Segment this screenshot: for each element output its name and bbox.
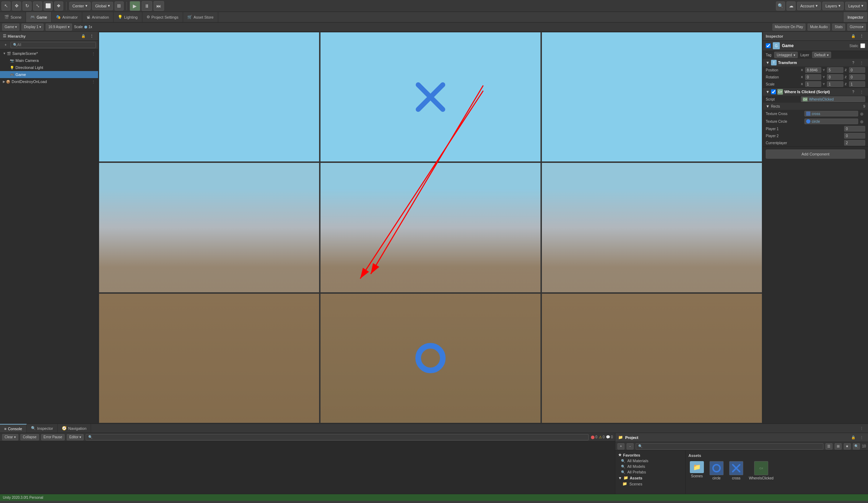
tab-animation[interactable]: 📽 Animation	[82, 12, 114, 22]
asset-cross-sprite[interactable]: cross	[728, 460, 745, 482]
project-menu-btn[interactable]: ⋮	[858, 434, 865, 441]
cursor-tool-btn[interactable]: ↖	[1, 1, 11, 11]
texture-circle-value[interactable]: circle	[804, 119, 858, 124]
cell-1-1[interactable]	[320, 162, 541, 293]
transform-info-btn[interactable]: ?	[850, 59, 857, 66]
tab-game[interactable]: 🎮 Game	[26, 12, 52, 22]
asset-circle-sprite[interactable]: circle	[708, 460, 725, 482]
scale-x-value[interactable]: 1	[805, 81, 821, 87]
step-button[interactable]: ⏭	[154, 1, 164, 11]
scale-z-value[interactable]: 1	[849, 81, 865, 87]
clear-btn[interactable]: Clear ▾	[2, 434, 18, 440]
inspector-lock-btn[interactable]: 🔒	[850, 33, 857, 39]
asset-scenes-folder[interactable]: 📁 Scenes	[688, 460, 705, 482]
rects-header[interactable]: ▼ Rects 9	[763, 103, 868, 110]
cell-2-0[interactable]	[98, 293, 320, 424]
project-add-btn[interactable]: +	[617, 443, 624, 450]
rot-y-value[interactable]: 0	[827, 74, 843, 80]
object-active-checkbox[interactable]	[766, 43, 771, 48]
tab-inspector-bottom[interactable]: 🔍 Inspector	[27, 424, 58, 433]
hierarchy-search[interactable]: 🔍 All	[11, 42, 96, 48]
pos-y-value[interactable]: 5	[827, 67, 843, 73]
script-value-field[interactable]: C# WhereIsClicked	[801, 96, 865, 102]
cell-1-2[interactable]	[541, 162, 763, 293]
project-minus-btn[interactable]: -	[627, 443, 634, 450]
dont-destroy-menu[interactable]: ⋮	[92, 80, 95, 84]
cell-1-0[interactable]	[98, 162, 320, 293]
account-dropdown[interactable]: Account ▾	[797, 2, 821, 10]
transform-menu-btn[interactable]: ⋮	[858, 59, 865, 66]
aspect-dropdown[interactable]: 16:9 Aspect ▾	[46, 24, 72, 31]
project-filter-btn[interactable]: ★	[844, 443, 851, 450]
pivot-center-dropdown[interactable]: Center ▾	[69, 2, 91, 10]
display-number-dropdown[interactable]: Display 1 ▾	[21, 24, 44, 31]
favorites-section-header[interactable]: ★ Favorites	[615, 452, 685, 458]
tab-asset-store[interactable]: 🛒 Asset Store	[183, 12, 218, 22]
project-search[interactable]: 🔍	[636, 443, 823, 450]
transform-tool-btn[interactable]: ❖	[54, 1, 63, 11]
cell-0-1[interactable]	[320, 32, 541, 162]
currentplayer-value[interactable]: 2	[844, 140, 865, 146]
hierarchy-lock-btn[interactable]: 🔒	[80, 33, 87, 39]
tab-animator[interactable]: 🎭 Animator	[52, 12, 82, 22]
rot-z-value[interactable]: 0	[849, 74, 865, 80]
player1-value[interactable]: 0	[844, 126, 865, 132]
cell-0-2[interactable]	[541, 32, 763, 162]
cell-2-2[interactable]	[541, 293, 763, 424]
editor-dropdown-btn[interactable]: Editor ▾	[67, 434, 84, 440]
gizmos-btn[interactable]: Gizmos ▾	[847, 24, 866, 31]
console-actions-btn[interactable]: ⋮	[858, 425, 865, 432]
move-tool-btn[interactable]: ✥	[12, 1, 21, 11]
sample-scene-menu[interactable]: ⋮	[92, 52, 95, 56]
collapse-btn[interactable]: Collapse	[20, 434, 39, 440]
mute-audio-btn[interactable]: Mute Audio	[808, 24, 830, 31]
texture-cross-link-btn[interactable]: ◎	[858, 110, 865, 117]
fav-all-models[interactable]: 🔍 All Models	[615, 464, 685, 469]
script-active-checkbox[interactable]	[771, 89, 776, 94]
rect-tool-btn[interactable]: ⬜	[44, 1, 53, 11]
hierarchy-menu-btn[interactable]: ⋮	[88, 33, 95, 39]
layers-dropdown[interactable]: Layers ▾	[822, 2, 844, 10]
static-checkbox[interactable]	[860, 43, 865, 48]
fav-all-prefabs[interactable]: 🔍 All Prefabs	[615, 469, 685, 475]
where-is-clicked-header[interactable]: ▼ C# Where Is Clicked (Script) ? ⋮	[763, 88, 868, 96]
tab-console[interactable]: ≡ Console	[0, 424, 27, 433]
texture-circle-link-btn[interactable]: ◎	[858, 118, 865, 125]
scale-dot[interactable]	[84, 26, 87, 28]
pos-x-value[interactable]: 8.8846	[805, 67, 821, 73]
texture-cross-value[interactable]: cross	[804, 111, 858, 116]
stats-btn[interactable]: Stats	[832, 24, 845, 31]
layer-dropdown[interactable]: Default ▾	[812, 52, 831, 58]
script-info-btn[interactable]: ?	[850, 89, 857, 95]
script-menu-btn[interactable]: ⋮	[858, 89, 865, 95]
player2-value[interactable]: 0	[844, 133, 865, 139]
tab-inspector-top[interactable]: Inspector	[843, 12, 868, 22]
error-pause-btn[interactable]: Error Pause	[41, 434, 65, 440]
hierarchy-directional-light[interactable]: 💡 Directional Light	[0, 64, 98, 71]
scale-y-value[interactable]: 1	[827, 81, 843, 87]
cell-2-1[interactable]	[320, 293, 541, 424]
transform-section-header[interactable]: ▼ T Transform ? ⋮	[763, 59, 868, 66]
hierarchy-add-btn[interactable]: +	[2, 42, 9, 48]
extra-tool-btn[interactable]: ⊞	[115, 1, 124, 11]
assets-scenes-sub[interactable]: 📁 Scenes	[615, 481, 685, 487]
hierarchy-dont-destroy[interactable]: ▶ 📦 DontDestroyOnLoad ⋮	[0, 78, 98, 85]
rotate-tool-btn[interactable]: ↻	[22, 1, 32, 11]
cell-0-0[interactable]	[98, 32, 320, 162]
search-btn[interactable]: 🔍	[776, 1, 785, 11]
fav-all-materials[interactable]: 🔍 All Materials	[615, 458, 685, 464]
rot-x-value[interactable]: 0	[805, 74, 821, 80]
display-mode-dropdown[interactable]: Game ▾	[2, 24, 19, 31]
tab-project-settings[interactable]: ⚙ Project Settings	[142, 12, 183, 22]
project-zoom-btn[interactable]: 🔍	[853, 443, 860, 450]
console-search[interactable]: 🔍	[86, 434, 589, 440]
tab-scene[interactable]: 🎬 Scene	[0, 12, 26, 22]
project-grid-view-btn[interactable]: ⊞	[835, 443, 842, 450]
asset-where-is-clicked-script[interactable]: C# WhereIsClicked	[747, 460, 775, 482]
tag-dropdown[interactable]: Untagged ▾	[774, 52, 797, 58]
hierarchy-game-object[interactable]: 🎮 Game	[0, 71, 98, 78]
project-lock-btn[interactable]: 🔒	[850, 434, 857, 441]
hierarchy-main-camera[interactable]: 📷 Main Camera	[0, 57, 98, 64]
assets-section-header[interactable]: ▼ 📁 Assets	[615, 475, 685, 481]
maximize-on-play-btn[interactable]: Maximize On Play	[772, 24, 806, 31]
